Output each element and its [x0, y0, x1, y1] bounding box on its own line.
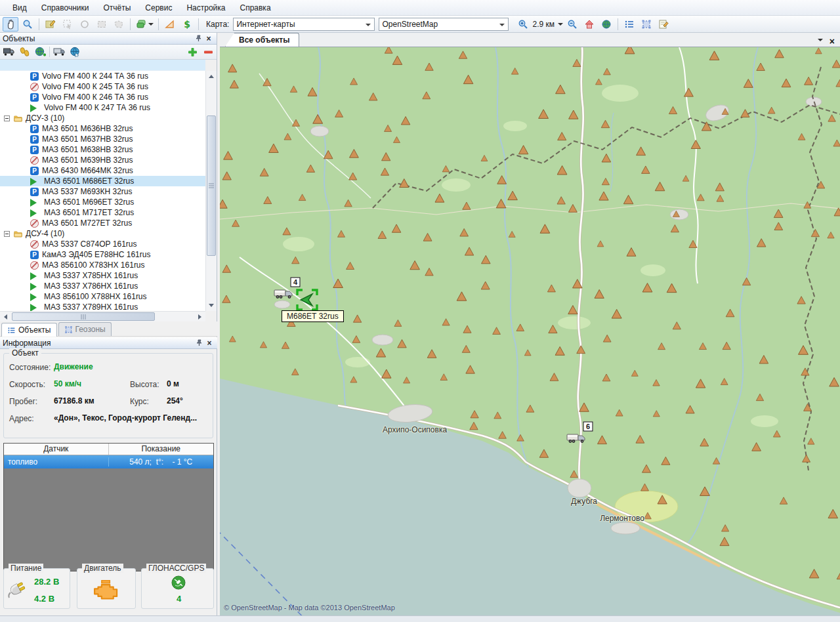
tree-item[interactable]: МАЗ 5337 Х786НХ 161rus — [0, 281, 205, 291]
tree-item[interactable]: PМАЗ 6501 М636НВ 32rus — [0, 123, 205, 134]
tree-item[interactable]: МАЗ 6501 М696ЕТ 32rus — [0, 197, 205, 207]
offline-status-icon — [30, 261, 39, 270]
cluster-count-badge[interactable]: 4 — [291, 278, 301, 287]
remove-object-button[interactable] — [201, 45, 215, 58]
close-icon[interactable]: × — [203, 34, 214, 43]
measure-button[interactable] — [162, 17, 178, 31]
show-vehicle-button[interactable] — [2, 45, 15, 58]
geozone-select-button[interactable] — [639, 17, 654, 31]
parking-status-icon: P — [30, 188, 39, 196]
tree-item[interactable]: МАЗ 6501 М686ЕТ 32rus — [0, 176, 205, 186]
tab-geozones[interactable]: Геозоны — [58, 322, 112, 336]
hand-icon — [5, 19, 16, 30]
tree-group[interactable]: ДСУ-3 (10) — [0, 113, 205, 123]
tree-item[interactable]: МАЗ 5337 Х785НХ 161rus — [0, 270, 205, 281]
sensors-table-header: Датчик Показание — [4, 444, 213, 455]
tree-item[interactable]: PКамАЗ ЭД405 Е788НС 161rus — [0, 249, 205, 260]
scrollbar-thumb[interactable] — [207, 115, 216, 256]
draw-rectangle-button[interactable] — [94, 17, 110, 31]
info-panel-header: Информация × — [0, 337, 217, 349]
ruler-triangle-icon — [165, 19, 175, 30]
list-icon — [624, 19, 635, 30]
tab-objects[interactable]: Объекты — [1, 323, 57, 337]
tree-item[interactable]: PМАЗ 6501 М637НВ 32rus — [0, 134, 205, 144]
close-icon[interactable]: × — [204, 339, 215, 348]
vehicle-marker[interactable] — [274, 287, 293, 301]
scroll-right-button[interactable] — [195, 312, 205, 322]
menu-item-Вид[interactable]: Вид — [5, 1, 34, 14]
dollar-route-icon: $ — [182, 19, 192, 30]
show-track-button[interactable] — [18, 45, 31, 58]
tree-item[interactable]: PМАЗ 6430 М664МК 32rus — [0, 165, 205, 176]
tab-all-objects[interactable]: Все объекты — [225, 33, 299, 47]
tree-item-label: МАЗ 6501 М686ЕТ 32rus — [44, 176, 134, 186]
globe-view-button[interactable] — [598, 17, 614, 31]
pan-tool-button[interactable] — [3, 17, 18, 31]
map-viewport[interactable]: М686ЕТ 32rus © OpenStreetMap - Map data … — [220, 47, 840, 615]
tree-item-label: КамАЗ ЭД405 Е788НС 161rus — [42, 250, 150, 259]
tree-item[interactable]: Volvo FM 400 К 247 ТА 36 rus — [0, 102, 205, 113]
zoom-in-button[interactable] — [515, 17, 531, 31]
zoom-scale-dropdown-arrow[interactable] — [558, 23, 563, 28]
menu-item-Отчёты[interactable]: Отчёты — [96, 1, 138, 14]
column-header-sensor: Датчик — [4, 444, 109, 455]
scrollbar-thumb[interactable] — [12, 312, 155, 321]
tree-vertical-scrollbar[interactable] — [205, 71, 217, 311]
home-view-button[interactable] — [581, 17, 597, 31]
objects-panel-title: Объекты — [3, 34, 193, 43]
scroll-up-button[interactable] — [206, 71, 217, 81]
menu-bar: ВидСправочникиОтчётыСервисНастройкаСправ… — [0, 0, 840, 16]
scroll-down-button[interactable] — [206, 301, 217, 311]
tree-item-label: МАЗ 856100 Х788НХ 161rus — [44, 292, 147, 301]
edit-map-button[interactable] — [43, 17, 58, 31]
tree-item[interactable]: PVolvo FM 400 К 246 ТА 36 rus — [0, 92, 205, 102]
tree-item[interactable]: МАЗ 6501 М639НВ 32rus — [0, 155, 205, 165]
offline-status-icon — [30, 240, 39, 249]
tree-item[interactable]: МАЗ 6501 М727ЕТ 32rus — [0, 218, 205, 228]
tree-item[interactable]: МАЗ 6501 М717ЕТ 32rus — [0, 207, 205, 218]
show-on-map-button[interactable] — [33, 45, 47, 58]
tree-item[interactable]: Volvo FM 400 К 245 ТА 36 rus — [0, 81, 205, 92]
tree-filter-input[interactable] — [0, 60, 205, 71]
draw-circle-button[interactable] — [77, 17, 93, 31]
cluster-count-badge[interactable]: 6 — [583, 422, 593, 432]
layers-icon — [136, 19, 146, 30]
tree-item[interactable]: МАЗ 5337 С874ОР 161rus — [0, 239, 205, 249]
zoom-out-button[interactable] — [564, 17, 580, 31]
zoom-tool-button[interactable] — [20, 17, 35, 31]
tree-expander-icon[interactable] — [4, 115, 10, 121]
tree-item[interactable]: PМАЗ 6501 М638НВ 32rus — [0, 144, 205, 155]
tree-item[interactable]: PМАЗ 5337 М693КН 32rus — [0, 186, 205, 197]
add-object-button[interactable] — [186, 45, 199, 58]
layers-button[interactable] — [134, 17, 155, 31]
close-map-tab-icon[interactable]: × — [830, 36, 835, 47]
tree-horizontal-scrollbar[interactable] — [0, 311, 205, 321]
cost-button[interactable]: $ — [179, 17, 195, 31]
object-list-button[interactable] — [621, 17, 637, 31]
vehicle-card-button[interactable] — [52, 45, 66, 58]
tree-item[interactable]: МАЗ 856100 Х783НХ 161rus — [0, 260, 205, 270]
truck-marker-icon — [566, 432, 586, 445]
tree-item[interactable]: МАЗ 5337 Х789НХ 161rus — [0, 302, 205, 311]
follow-object-button[interactable] — [68, 45, 81, 58]
pin-icon[interactable] — [194, 339, 204, 348]
menu-item-Настройка[interactable]: Настройка — [179, 1, 232, 14]
tree-item[interactable]: МАЗ 856100 Х788НХ 161rus — [0, 291, 205, 302]
pin-icon[interactable] — [193, 34, 203, 43]
vehicle-marker[interactable] — [566, 432, 586, 445]
tree-item[interactable]: PVolvo FM 400 К 244 ТА 36 rus — [0, 71, 205, 81]
select-object-button[interactable] — [60, 17, 75, 31]
menu-item-Справка[interactable]: Справка — [232, 1, 278, 14]
scroll-left-button[interactable] — [0, 312, 10, 322]
sensor-row[interactable]: топливо540 л; t°: - 1 °C — [4, 455, 213, 468]
tree-expander-icon[interactable] — [4, 231, 10, 237]
draw-polygon-button[interactable] — [111, 17, 127, 31]
menu-item-Сервис[interactable]: Сервис — [138, 1, 179, 14]
map-layer-select[interactable]: OpenStreetMap — [379, 18, 509, 31]
tree-group[interactable]: ДСУ-4 (10) — [0, 228, 205, 239]
selected-vehicle-arrow-icon — [301, 294, 312, 306]
tab-list-dropdown-icon[interactable] — [818, 39, 823, 44]
notes-button[interactable] — [656, 17, 671, 31]
menu-item-Справочники[interactable]: Справочники — [34, 1, 96, 14]
map-provider-select[interactable]: Интернет-карты — [233, 18, 375, 31]
